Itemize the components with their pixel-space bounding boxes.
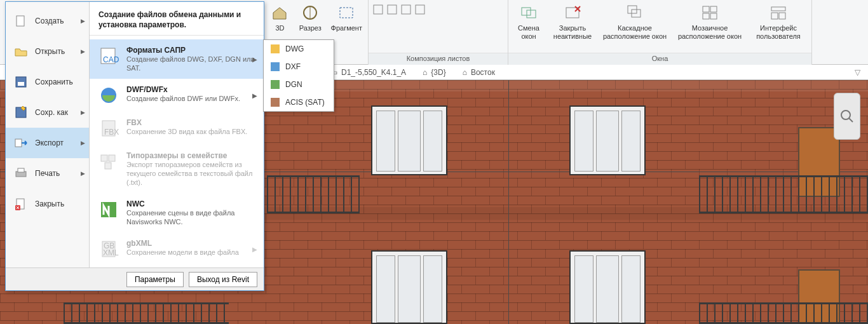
- family-types-icon: [98, 151, 119, 172]
- balcony-rail: [699, 302, 868, 324]
- exit-revit-button[interactable]: Выход из Revit: [189, 272, 257, 287]
- view-tab[interactable]: ⌂{3D}: [423, 68, 446, 77]
- svg-rect-1: [340, 8, 353, 18]
- close-inactive-icon: [562, 3, 583, 23]
- export-icon: [13, 137, 29, 149]
- fbx-icon: FBX: [98, 118, 119, 138]
- appmenu-export[interactable]: Экспорт▶: [6, 128, 89, 158]
- new-document-icon: [13, 15, 29, 27]
- switch-icon: [519, 3, 539, 23]
- save-icon: [13, 76, 29, 88]
- close-doc-icon: [13, 198, 29, 210]
- window-element: [371, 105, 447, 175]
- svg-rect-43: [271, 98, 280, 107]
- small-tool-icon[interactable]: [386, 4, 398, 15]
- svg-rect-13: [703, 13, 709, 19]
- ribbon-panel-windows: Смена окон Закрыть неактивные Каскадное …: [508, 0, 812, 65]
- nwc-icon: [98, 199, 119, 220]
- svg-rect-15: [771, 7, 785, 11]
- panel-title-sheets: Композиция листов: [369, 53, 508, 65]
- tile-button[interactable]: Мозаичное расположение окон: [675, 3, 745, 41]
- appmenu-print[interactable]: Печать▶: [6, 158, 89, 189]
- panel-title-windows: Окна: [508, 53, 811, 65]
- svg-rect-12: [710, 6, 717, 12]
- svg-rect-7: [527, 10, 536, 18]
- balcony-rail: [267, 175, 360, 213]
- home-icon: ⌂: [463, 68, 467, 77]
- gbxml-icon: GBXML: [98, 239, 119, 259]
- svg-rect-34: [109, 155, 115, 161]
- small-tool-icon[interactable]: [372, 4, 384, 15]
- view-tab-overflow[interactable]: ▽: [855, 68, 868, 77]
- close-inactive-button[interactable]: Закрыть неактивные: [550, 3, 595, 41]
- balcony-rail: [64, 302, 229, 324]
- window-element: [569, 250, 646, 324]
- appmenu-header: Создание файлов обмена данными и установ…: [90, 2, 264, 36]
- cad-formats-submenu: DWG DXF DGN ACIS (SAT): [263, 39, 334, 112]
- svg-rect-21: [18, 82, 24, 86]
- svg-rect-33: [101, 155, 107, 161]
- svg-rect-6: [522, 8, 531, 15]
- small-tool-icon[interactable]: [400, 4, 412, 15]
- appmenu-open[interactable]: Открыть▶: [6, 36, 89, 67]
- svg-rect-14: [710, 13, 717, 19]
- appmenu-detail: Создание файлов обмена данными и установ…: [90, 2, 264, 290]
- cascade-icon: [625, 3, 645, 23]
- appmenu-create[interactable]: Создать▶: [6, 6, 89, 36]
- svg-rect-41: [271, 62, 280, 71]
- svg-rect-40: [271, 44, 280, 53]
- dwg-icon: [270, 44, 280, 54]
- submenu-dwg[interactable]: DWG: [264, 40, 334, 58]
- view-tab[interactable]: ⌂Восток: [463, 68, 495, 77]
- svg-rect-25: [18, 168, 24, 172]
- window-element: [371, 250, 447, 324]
- home-icon: ⌂: [423, 68, 427, 77]
- cad-icon: CAD: [98, 46, 119, 66]
- svg-rect-17: [779, 13, 785, 19]
- submenu-dgn[interactable]: DGN: [264, 76, 334, 93]
- appmenu-footer: Параметры Выход из Revit: [6, 267, 264, 290]
- submenu-acis[interactable]: ACIS (SAT): [264, 93, 334, 111]
- section-icon: [300, 3, 320, 23]
- dgn-icon: [270, 79, 280, 90]
- print-icon: [13, 167, 29, 180]
- callout-button[interactable]: Фрагмент: [329, 3, 364, 32]
- tile-icon: [700, 3, 720, 23]
- callout-icon: [336, 3, 356, 23]
- dwf-icon: [98, 85, 119, 105]
- export-fbx: FBX FBXСохранение 3D вида как файла FBX.: [90, 112, 264, 145]
- export-dwf[interactable]: DWF/DWFxСоздание файлов DWF или DWFx. ▶: [90, 79, 264, 112]
- export-family-types: Типоразмеры в семействеЭкспорт типоразме…: [90, 145, 264, 193]
- section-button[interactable]: Разрез: [297, 3, 324, 32]
- view-3d-button[interactable]: 3D: [268, 3, 292, 32]
- window-element: [569, 105, 646, 175]
- svg-rect-23: [15, 139, 22, 147]
- svg-rect-4: [402, 5, 410, 14]
- svg-rect-2: [374, 5, 383, 14]
- svg-point-18: [841, 111, 850, 119]
- appmenu-close[interactable]: Закрыть: [6, 189, 89, 219]
- svg-rect-11: [703, 6, 709, 12]
- center-mark-vertical: [508, 80, 509, 324]
- svg-rect-35: [105, 163, 111, 169]
- folder-open-icon: [13, 45, 29, 58]
- svg-text:CAD: CAD: [103, 55, 119, 64]
- svg-rect-16: [771, 13, 778, 19]
- dxf-icon: [270, 62, 280, 72]
- svg-text:XML: XML: [103, 248, 119, 257]
- cascade-button[interactable]: Каскадное расположение окон: [600, 3, 670, 41]
- ui-button[interactable]: Интерфейс пользователя: [750, 3, 807, 41]
- view-tab[interactable]: ▭D1_-5,550_K4.1_A: [330, 68, 406, 77]
- switch-windows-button[interactable]: Смена окон: [512, 3, 545, 41]
- svg-rect-42: [271, 80, 280, 89]
- appmenu-saveas[interactable]: Сохр. как▶: [6, 97, 89, 128]
- small-tool-icon[interactable]: [414, 4, 426, 15]
- export-nwc[interactable]: NWCСохранение сцены в виде файла Naviswo…: [90, 193, 264, 233]
- export-gbxml: GBXML gbXMLСохранение модели в виде файл…: [90, 233, 264, 266]
- appmenu-save[interactable]: Сохранить: [6, 67, 89, 97]
- export-cad-formats[interactable]: CAD Форматы САПРСоздание файлов DWG, DXF…: [90, 39, 264, 79]
- svg-rect-19: [17, 16, 24, 26]
- submenu-dxf[interactable]: DXF: [264, 58, 334, 76]
- navigation-cube[interactable]: [834, 93, 860, 140]
- options-button[interactable]: Параметры: [126, 272, 184, 287]
